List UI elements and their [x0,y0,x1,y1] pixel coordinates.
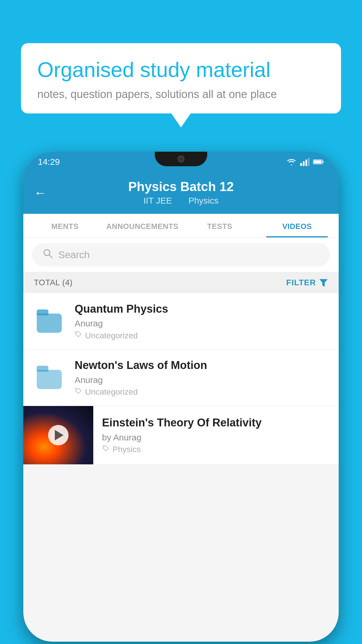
video-author: by Anurag [102,433,330,442]
status-bar: 14:29 [23,152,339,172]
video-tag: Uncategorized [75,387,328,397]
video-author: Anurag [75,318,328,328]
folder-body [37,314,62,333]
svg-line-8 [49,255,52,258]
video-tag: Uncategorized [75,331,328,340]
tag-label: Physics [113,445,140,454]
filter-bar: TOTAL (4) FILTER [23,272,339,293]
wifi-icon [286,158,297,166]
video-list: Quantum Physics Anurag Uncategorized [23,293,339,465]
phone-screen: 14:29 [23,152,339,642]
filter-label: FILTER [286,278,316,287]
total-count: TOTAL (4) [34,278,73,287]
svg-rect-3 [308,158,310,166]
phone-frame: 14:29 [23,152,339,642]
video-author: Anurag [75,375,328,385]
back-button[interactable]: ← [34,186,47,200]
search-input[interactable]: Search [58,249,90,260]
subtitle-part2: Physics [188,196,218,205]
tabs-bar: MENTS ANNOUNCEMENTS TESTS VIDEOS [23,214,339,238]
svg-point-10 [76,389,77,390]
play-icon [55,430,64,440]
app-title: Physics Batch 12 [35,179,327,195]
app-header: ← Physics Batch 12 IIT JEE Physics [23,172,339,214]
svg-point-11 [104,446,105,447]
tag-label: Uncategorized [85,331,138,340]
folder-icon-container [34,309,66,333]
tag-icon [102,445,110,454]
filter-funnel-icon [319,278,328,287]
tag-label: Uncategorized [85,387,138,397]
search-container: Search [23,238,339,272]
video-info: Einstein's Theory Of Relativity by Anura… [93,409,339,461]
svg-rect-0 [300,163,302,166]
bubble-subtitle: notes, question papers, solutions all at… [37,88,325,101]
svg-rect-5 [323,161,324,163]
notch [155,152,207,166]
video-title: Quantum Physics [75,302,328,316]
battery-icon [313,159,324,165]
video-info: Newton's Laws of Motion Anurag Uncategor… [75,358,328,397]
video-info: Quantum Physics Anurag Uncategorized [75,302,328,340]
tab-announcements[interactable]: ANNOUNCEMENTS [104,214,181,237]
svg-rect-1 [303,161,305,166]
filter-button[interactable]: FILTER [286,278,328,287]
app-subtitle: IIT JEE Physics [35,196,327,206]
list-item[interactable]: Newton's Laws of Motion Anurag Uncategor… [23,349,339,406]
speech-bubble: Organised study material notes, question… [21,43,341,113]
status-icons [286,158,324,166]
content-area: Search TOTAL (4) FILTER [23,238,339,465]
search-icon [43,248,53,261]
camera [178,155,184,162]
tag-icon [75,387,82,397]
video-tag: Physics [102,445,330,454]
svg-rect-6 [314,160,321,163]
signal-icon [300,158,310,166]
video-title: Newton's Laws of Motion [75,358,328,372]
tab-videos[interactable]: VIDEOS [259,214,336,237]
search-box[interactable]: Search [32,243,330,267]
video-thumbnail [23,406,93,464]
video-title: Einstein's Theory Of Relativity [102,416,330,430]
folder-icon-container [34,366,66,389]
tab-tests[interactable]: TESTS [181,214,259,237]
play-button[interactable] [48,425,68,445]
folder-icon [37,366,63,389]
tag-icon [75,331,82,340]
status-time: 14:29 [38,157,60,167]
tab-ments[interactable]: MENTS [26,214,104,237]
subtitle-part1: IIT JEE [143,196,172,205]
folder-body [37,370,62,389]
svg-point-9 [76,332,77,333]
list-item[interactable]: Quantum Physics Anurag Uncategorized [23,293,339,349]
bubble-title: Organised study material [37,57,325,82]
svg-rect-2 [305,160,307,166]
list-item[interactable]: Einstein's Theory Of Relativity by Anura… [23,406,339,465]
folder-icon [37,309,63,333]
